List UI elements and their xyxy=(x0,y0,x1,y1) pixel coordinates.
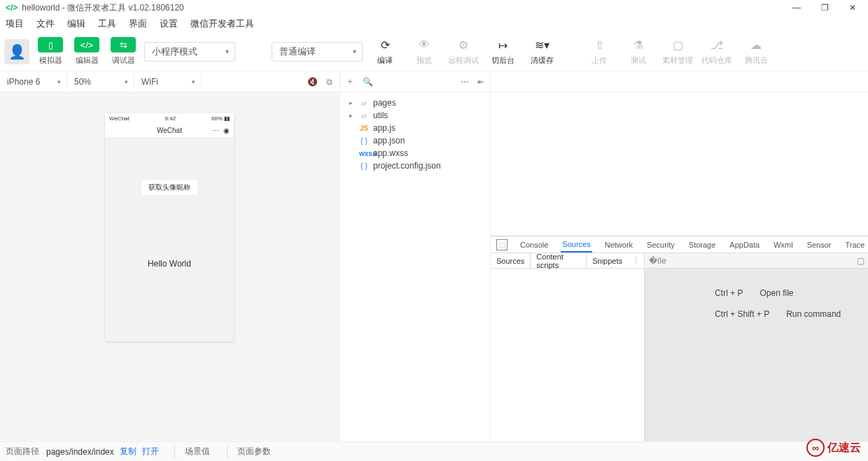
subtab-sources[interactable]: Sources xyxy=(491,253,530,268)
tab-sensor[interactable]: Sensor xyxy=(806,236,833,253)
folder-utils[interactable]: ▸▱utils xyxy=(340,109,490,122)
tab-trace[interactable]: Trace xyxy=(844,236,867,253)
window-title: helloworld - 微信开发者工具 v1.02.1806120 xyxy=(22,2,791,14)
open-file-shortcut: Ctrl + P xyxy=(715,288,743,298)
open-file-label: Open file xyxy=(760,288,794,298)
file-toolbar: ＋ 🔍 ⋯ ⇤ xyxy=(340,71,491,92)
editor-area[interactable] xyxy=(491,92,868,236)
toggle-sidebar-icon[interactable]: ▢ xyxy=(857,256,864,266)
cloud-button[interactable]: ☁ 腾讯云 xyxy=(739,37,773,66)
folder-pages[interactable]: ▸▱pages xyxy=(340,97,490,109)
code-icon: </> xyxy=(74,37,99,52)
element-picker-icon[interactable]: ⬚ xyxy=(496,239,507,250)
code-warehouse-button[interactable]: ⎇ 代码仓库 xyxy=(700,37,734,66)
simulator-toggle[interactable]: ▯ 模拟器 xyxy=(35,37,66,66)
preview-button[interactable]: 👁 预览 xyxy=(407,37,441,66)
swap-icon: ↦ xyxy=(498,37,507,52)
main-area: WeChat 9:42 88% ▮▮ WeChat ⋯ ◉ 获取头像昵称 Hel… xyxy=(0,92,868,441)
page-title: WeChat xyxy=(157,127,182,134)
debugger-toggle[interactable]: ⇆ 调试器 xyxy=(108,37,139,66)
subtab-snippets[interactable]: Snippets xyxy=(587,253,628,268)
copy-link[interactable]: 复制 xyxy=(120,446,136,458)
file-tree: ▸▱pages ▸▱utils JSapp.js { }app.json wxs… xyxy=(340,92,491,441)
right-pane: ⬚ Console Sources Network Security Stora… xyxy=(491,92,868,441)
phone-status-bar: WeChat 9:42 88% ▮▮ xyxy=(105,113,234,123)
network-select[interactable]: WiFi xyxy=(134,73,202,91)
sources-content: �île ▢ Ctrl + P Open file Ctrl + Shift +… xyxy=(645,253,868,441)
menu-settings[interactable]: 设置 xyxy=(160,17,178,30)
stack-icon: ≋▾ xyxy=(535,37,550,52)
battery-label: 88% xyxy=(211,115,223,122)
tab-wxml[interactable]: Wxml xyxy=(772,236,794,253)
cloud-icon: ☁ xyxy=(750,37,762,52)
minimize-button[interactable]: — xyxy=(791,3,802,13)
file-app-json[interactable]: { }app.json xyxy=(340,134,490,147)
tab-network[interactable]: Network xyxy=(603,236,634,253)
run-command-shortcut: Ctrl + Shift + P xyxy=(715,309,769,319)
account-avatar[interactable]: 👤 xyxy=(4,39,29,64)
tab-console[interactable]: Console xyxy=(519,236,550,253)
search-icon[interactable]: 🔍 xyxy=(363,77,373,87)
time-label: 9:42 xyxy=(130,115,211,122)
menu-file[interactable]: 文件 xyxy=(36,17,55,30)
shortcut-hints: Ctrl + P Open file Ctrl + Shift + P Run … xyxy=(715,288,841,330)
status-bar: 页面路径 pages/index/index 复制 打开 场景值 页面参数 xyxy=(0,441,868,461)
devtools: ⬚ Console Sources Network Security Stora… xyxy=(491,236,868,441)
scene-label: 场景值 xyxy=(185,446,210,458)
app-logo-icon: </> xyxy=(6,3,18,13)
add-file-icon[interactable]: ＋ xyxy=(346,76,354,87)
remote-debug-button[interactable]: ⚙ 远程调试 xyxy=(447,37,480,66)
capsule-more-icon[interactable]: ⋯ xyxy=(212,127,219,134)
more-icon[interactable]: ⋯ xyxy=(461,77,469,87)
zoom-select[interactable]: 50% xyxy=(67,73,134,91)
simulator-panel: WeChat 9:42 88% ▮▮ WeChat ⋯ ◉ 获取头像昵称 Hel… xyxy=(0,92,340,441)
show-drawer-icon[interactable]: �île xyxy=(649,256,666,266)
get-profile-button[interactable]: 获取头像昵称 xyxy=(141,179,198,196)
file-project-config[interactable]: { }project.config.json xyxy=(340,159,490,172)
clear-cache-button[interactable]: ≋▾ 清缓存 xyxy=(525,37,559,66)
subtab-more-icon[interactable]: ⋮ xyxy=(628,253,644,268)
popout-icon[interactable]: ⧉ xyxy=(326,77,332,87)
compile-mode-select[interactable]: 普通编译 xyxy=(272,42,363,62)
menu-devtools[interactable]: 微信开发者工具 xyxy=(190,17,254,30)
eye-icon: 👁 xyxy=(419,37,430,52)
mode-select[interactable]: 小程序模式 xyxy=(144,42,235,62)
mute-icon[interactable]: 🔇 xyxy=(307,77,318,87)
run-command-label: Run command xyxy=(786,309,841,319)
file-app-js[interactable]: JSapp.js xyxy=(340,122,490,134)
device-select[interactable]: iPhone 6 xyxy=(0,73,67,91)
hello-text: Hello World xyxy=(148,259,191,269)
file-app-wxss[interactable]: wxssapp.wxss xyxy=(340,147,490,159)
devtools-tab-bar: ⬚ Console Sources Network Security Stora… xyxy=(491,236,868,253)
tab-storage[interactable]: Storage xyxy=(687,236,718,253)
view-toggle-group: ▯ 模拟器 </> 编辑器 ⇆ 调试器 xyxy=(35,37,139,66)
menu-ui[interactable]: 界面 xyxy=(129,17,147,30)
page-path: pages/index/index xyxy=(46,447,114,457)
open-link[interactable]: 打开 xyxy=(142,446,159,458)
tab-sources[interactable]: Sources xyxy=(561,236,592,253)
subtab-content-scripts[interactable]: Content scripts xyxy=(530,253,587,268)
menu-project[interactable]: 项目 xyxy=(6,17,24,30)
close-button[interactable]: ✕ xyxy=(847,3,858,13)
flask-icon: ⚗ xyxy=(634,37,643,52)
tab-security[interactable]: Security xyxy=(645,236,676,253)
assets-icon: ▢ xyxy=(673,37,683,52)
collapse-icon[interactable]: ⇤ xyxy=(477,77,484,87)
editor-toggle[interactable]: </> 编辑器 xyxy=(71,37,102,66)
upload-button[interactable]: ⇧ 上传 xyxy=(582,37,616,66)
capsule-close-icon[interactable]: ◉ xyxy=(223,127,230,134)
background-button[interactable]: ↦ 切后台 xyxy=(486,37,519,66)
sources-subtabs: Sources Content scripts Snippets ⋮ xyxy=(491,253,644,269)
titlebar: </> helloworld - 微信开发者工具 v1.02.1806120 —… xyxy=(0,0,868,15)
compile-button[interactable]: ⟳ 编译 xyxy=(368,37,402,66)
watermark-icon: ∞ xyxy=(806,439,825,457)
test-button[interactable]: ⚗ 测试 xyxy=(622,37,655,66)
maximize-button[interactable]: ❐ xyxy=(819,3,830,13)
menu-tools[interactable]: 工具 xyxy=(98,17,116,30)
remote-icon: ⚙ xyxy=(458,37,468,52)
tab-appdata[interactable]: AppData xyxy=(728,236,761,253)
assets-button[interactable]: ▢ 素材管理 xyxy=(661,37,694,66)
watermark: ∞ 亿速云 xyxy=(806,439,861,457)
phone-icon: ▯ xyxy=(38,37,63,52)
menu-edit[interactable]: 编辑 xyxy=(67,17,85,30)
